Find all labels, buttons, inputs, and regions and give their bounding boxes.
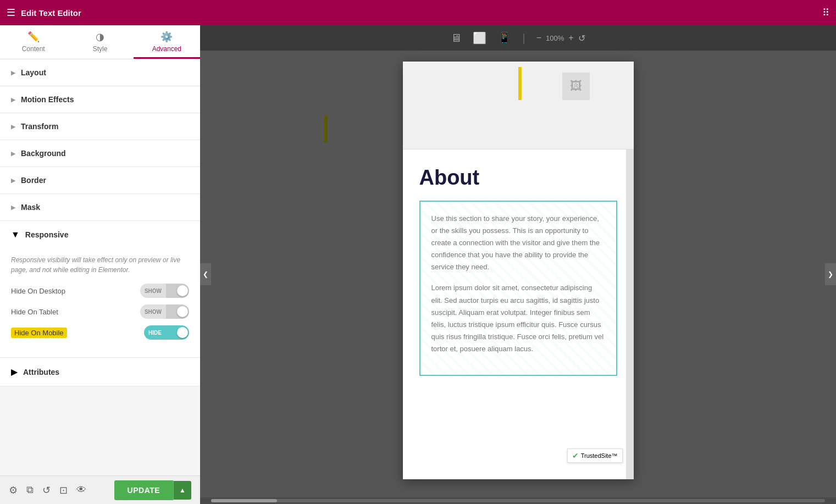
responsive-icon[interactable]: ⊡ bbox=[59, 484, 68, 496]
transform-label: Transform bbox=[21, 122, 58, 131]
grid-icon[interactable]: ⠿ bbox=[822, 7, 829, 19]
canvas-nav-left[interactable]: ❮ bbox=[200, 263, 211, 285]
section-responsive: ▼ Responsive Responsive visibility will … bbox=[0, 221, 200, 358]
advanced-icon: ⚙️ bbox=[160, 31, 173, 43]
tablet-icon[interactable]: ⬜ bbox=[473, 31, 486, 45]
tab-content[interactable]: ✏️ Content bbox=[0, 25, 67, 59]
attributes-chevron-icon: ▶ bbox=[11, 367, 18, 377]
zoom-minus-button[interactable]: − bbox=[536, 33, 541, 43]
tabs-bar: ✏️ Content ◑ Style ⚙️ Advanced bbox=[0, 25, 200, 59]
background-chevron-icon: ▶ bbox=[11, 150, 15, 157]
trusted-site-badge: ✔ TrustedSite™ bbox=[567, 448, 623, 463]
settings-icon[interactable]: ⚙ bbox=[9, 484, 18, 496]
device-icons: 🖥 ⬜ 📱 bbox=[451, 31, 511, 45]
section-attributes[interactable]: ▶ Attributes bbox=[0, 358, 200, 386]
hide-tablet-label: Hide On Tablet bbox=[11, 308, 58, 316]
placeholder-image: 🖼 bbox=[562, 73, 590, 100]
trusted-site-text: TrustedSite™ bbox=[581, 452, 618, 459]
about-title: About bbox=[419, 166, 617, 190]
tab-style[interactable]: ◑ Style bbox=[67, 25, 133, 59]
zoom-controls: − 100% + ↺ bbox=[536, 33, 585, 43]
tab-style-label: Style bbox=[93, 45, 108, 53]
section-motion-effects[interactable]: ▶ Motion Effects bbox=[0, 86, 200, 113]
top-bar-left: ☰ Edit Text Editor bbox=[7, 7, 81, 19]
top-bar: ☰ Edit Text Editor ⠿ bbox=[0, 0, 836, 25]
tab-advanced[interactable]: ⚙️ Advanced bbox=[134, 25, 200, 59]
responsive-chevron-icon: ▼ bbox=[11, 230, 20, 240]
page-content-area: About Use this section to share your sto… bbox=[403, 149, 634, 387]
attributes-label: Attributes bbox=[23, 368, 59, 376]
responsive-header[interactable]: ▼ Responsive bbox=[0, 221, 200, 248]
section-mask[interactable]: ▶ Mask bbox=[0, 194, 200, 221]
page-frame: 🖼 About Use this section to share your s… bbox=[403, 62, 634, 479]
update-arrow-button[interactable]: ▲ bbox=[173, 481, 191, 500]
hamburger-icon[interactable]: ☰ bbox=[7, 7, 15, 19]
desktop-icon[interactable]: 🖥 bbox=[451, 32, 462, 45]
main-layout: ✏️ Content ◑ Style ⚙️ Advanced ▶ Layout … bbox=[0, 25, 836, 504]
mask-chevron-icon: ▶ bbox=[11, 204, 15, 211]
zoom-reset-button[interactable]: ↺ bbox=[578, 33, 585, 43]
hide-mobile-label: Hide On Mobile bbox=[11, 328, 67, 338]
trusted-check-icon: ✔ bbox=[572, 451, 579, 460]
page-title: Edit Text Editor bbox=[21, 8, 81, 18]
canvas-scrollbar[interactable] bbox=[200, 497, 836, 504]
separator: | bbox=[522, 32, 525, 45]
mask-label: Mask bbox=[21, 203, 40, 212]
border-label: Border bbox=[21, 176, 46, 185]
hide-desktop-toggle[interactable]: SHOW bbox=[140, 284, 189, 298]
hide-tablet-toggle[interactable]: SHOW bbox=[140, 304, 189, 319]
tab-content-label: Content bbox=[22, 45, 45, 53]
text-editor-box[interactable]: Use this section to share your story, yo… bbox=[419, 201, 617, 376]
tablet-toggle-switch[interactable] bbox=[166, 304, 189, 319]
hide-desktop-label: Hide On Desktop bbox=[11, 287, 65, 295]
left-panel: ✏️ Content ◑ Style ⚙️ Advanced ▶ Layout … bbox=[0, 25, 200, 504]
hide-mobile-row: Hide On Mobile HIDE bbox=[11, 325, 189, 340]
mobile-toggle-text: HIDE bbox=[144, 325, 166, 340]
mobile-toggle-switch[interactable] bbox=[166, 325, 189, 340]
transform-chevron-icon: ▶ bbox=[11, 123, 15, 130]
layers-icon[interactable]: ⧉ bbox=[26, 484, 34, 496]
eye-icon[interactable]: 👁 bbox=[76, 484, 86, 496]
bottom-toolbar: ⚙ ⧉ ↺ ⊡ 👁 UPDATE ▲ bbox=[0, 475, 200, 504]
section-border[interactable]: ▶ Border bbox=[0, 167, 200, 194]
responsive-content: Responsive visibility will take effect o… bbox=[0, 248, 200, 357]
canvas-nav-right[interactable]: ❯ bbox=[825, 263, 836, 285]
zoom-level: 100% bbox=[546, 34, 564, 42]
top-bar-right: ⠿ bbox=[822, 7, 829, 19]
content-icon: ✏️ bbox=[27, 31, 40, 43]
section-background[interactable]: ▶ Background bbox=[0, 140, 200, 167]
history-icon[interactable]: ↺ bbox=[42, 484, 51, 496]
canvas-scrollbar-thumb bbox=[211, 499, 277, 502]
hide-desktop-row: Hide On Desktop SHOW bbox=[11, 284, 189, 298]
mobile-icon[interactable]: 📱 bbox=[497, 31, 511, 45]
section-transform[interactable]: ▶ Transform bbox=[0, 113, 200, 140]
preview-area: 🖥 ⬜ 📱 | − 100% + ↺ ❮ bbox=[200, 25, 836, 504]
canvas-container: ❮ 🖼 About Use this section to sha bbox=[200, 51, 836, 497]
preview-top-bar: 🖥 ⬜ 📱 | − 100% + ↺ bbox=[200, 25, 836, 51]
yellow-marker bbox=[518, 67, 522, 100]
border-chevron-icon: ▶ bbox=[11, 177, 15, 184]
desktop-toggle-switch[interactable] bbox=[166, 284, 189, 298]
hide-tablet-row: Hide On Tablet SHOW bbox=[11, 304, 189, 319]
bottom-left-icons: ⚙ ⧉ ↺ ⊡ 👁 bbox=[9, 484, 86, 496]
update-button[interactable]: UPDATE bbox=[114, 480, 174, 500]
desktop-toggle-text: SHOW bbox=[140, 284, 166, 298]
motion-effects-chevron-icon: ▶ bbox=[11, 96, 15, 103]
motion-effects-label: Motion Effects bbox=[21, 95, 74, 104]
responsive-label: Responsive bbox=[25, 230, 69, 239]
sections-container: ▶ Layout ▶ Motion Effects ▶ Transform ▶ … bbox=[0, 59, 200, 475]
responsive-note: Responsive visibility will take effect o… bbox=[11, 255, 189, 275]
section-layout[interactable]: ▶ Layout bbox=[0, 59, 200, 86]
update-btn-group: UPDATE ▲ bbox=[114, 480, 191, 500]
paragraph-1: Use this section to share your story, yo… bbox=[431, 213, 605, 273]
zoom-plus-button[interactable]: + bbox=[568, 33, 573, 43]
paragraph-2: Lorem ipsum dolor sit amet, consectetur … bbox=[431, 282, 605, 355]
tablet-toggle-text: SHOW bbox=[140, 304, 166, 319]
tab-advanced-label: Advanced bbox=[152, 45, 181, 53]
canvas-scrollbar-track bbox=[211, 499, 825, 502]
layout-chevron-icon: ▶ bbox=[11, 69, 15, 76]
layout-label: Layout bbox=[21, 68, 46, 77]
page-header-area: 🖼 bbox=[403, 62, 634, 149]
hide-mobile-toggle[interactable]: HIDE bbox=[144, 325, 189, 340]
style-icon: ◑ bbox=[96, 31, 104, 43]
